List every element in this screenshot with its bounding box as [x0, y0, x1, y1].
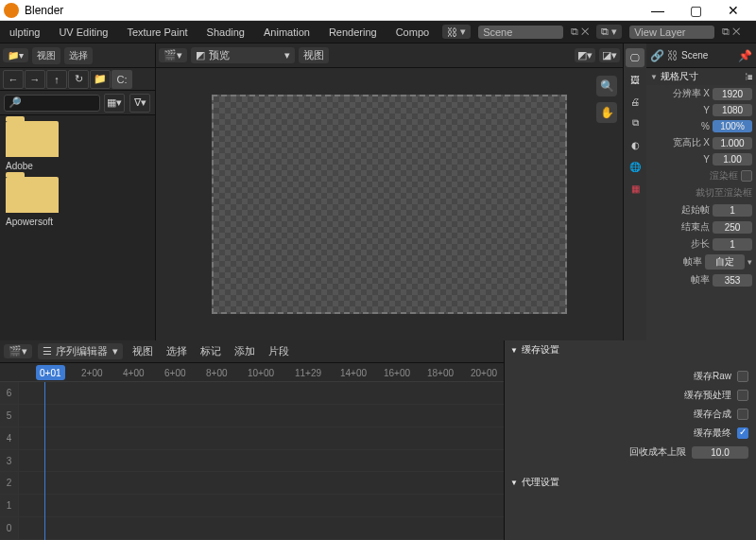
fps2-input[interactable]: 353: [713, 274, 752, 287]
track-label: 5: [0, 405, 19, 427]
track-row[interactable]: [19, 517, 504, 539]
res-y-input[interactable]: 1080: [713, 104, 752, 116]
track-row[interactable]: [19, 495, 504, 516]
layer-browse-button[interactable]: ⧉▾: [596, 25, 622, 39]
cache-final-label: 缓存最终: [694, 427, 731, 440]
render-border-check[interactable]: [741, 170, 752, 182]
maximize-button[interactable]: ▢: [677, 0, 714, 21]
tab-animation[interactable]: Animation: [258, 26, 316, 38]
tab-world[interactable]: 🌐: [626, 157, 644, 176]
tab-output[interactable]: 🖼: [626, 70, 644, 89]
filter-button[interactable]: ∇▾: [129, 94, 150, 113]
preview-editor-type[interactable]: 🎬▾: [159, 48, 187, 62]
fb-view-menu[interactable]: 视图: [32, 47, 60, 64]
ruler-tick: 16+00: [384, 363, 410, 382]
aspect-y-input[interactable]: 1.00: [713, 153, 752, 165]
file-browser-area: 📁▾ 视图 选择 ← → ↑ ↻ 📁 C: 🔎 ▦▾ ∇▾ Adobe Apow…: [0, 44, 156, 340]
tab-printer[interactable]: 🖨: [626, 92, 644, 111]
tab-view-layer[interactable]: ⧉: [626, 113, 644, 132]
new-folder-button[interactable]: 📁: [90, 70, 111, 89]
preview-canvas: [212, 95, 567, 314]
aspect-x-input[interactable]: 1.000: [713, 137, 752, 149]
res-x-input[interactable]: 1920: [713, 88, 752, 100]
playhead-frame[interactable]: 0+01: [36, 365, 65, 380]
back-button[interactable]: ←: [3, 70, 24, 89]
up-button[interactable]: ↑: [46, 70, 67, 89]
folder-item[interactable]: Apowersoft: [6, 177, 149, 227]
editor-type-icon[interactable]: 📁▾: [3, 48, 28, 62]
tab-texture[interactable]: ▦: [626, 179, 644, 198]
forward-button[interactable]: →: [25, 70, 45, 89]
pin-icon[interactable]: 📌: [738, 49, 752, 62]
cache-raw-check[interactable]: [737, 371, 748, 382]
seq-mode-dropdown[interactable]: ☰序列编辑器▾: [38, 343, 123, 359]
tab-sculpting[interactable]: ulpting: [4, 26, 45, 38]
refresh-button[interactable]: ↻: [68, 70, 89, 89]
seq-view-menu[interactable]: 视图: [129, 344, 157, 358]
fps2-label: 帧率: [650, 273, 710, 287]
scene-browse-button[interactable]: ⛓▾: [442, 25, 471, 39]
cache-composite-label: 缓存合成: [694, 408, 731, 421]
tab-uv-editing[interactable]: UV Editing: [53, 26, 113, 38]
seq-select-menu[interactable]: 选择: [163, 344, 191, 358]
cache-panel-header[interactable]: ▼缓存设置: [505, 340, 756, 359]
fps-dropdown[interactable]: 自定: [705, 254, 745, 270]
scene-actions-icon[interactable]: ⧉ ✕: [571, 26, 589, 38]
preview-mode-dropdown[interactable]: ◩预览▾: [191, 47, 295, 63]
preview-view-menu[interactable]: 视图: [299, 47, 329, 63]
res-x-label: 分辨率 X: [650, 87, 710, 100]
minimize-button[interactable]: —: [639, 0, 677, 21]
end-input[interactable]: 250: [713, 221, 752, 234]
start-label: 起始帧: [650, 203, 710, 217]
start-input[interactable]: 1: [713, 204, 752, 217]
playhead-line[interactable]: [44, 382, 45, 540]
overlay-icon[interactable]: ◪▾: [599, 48, 620, 62]
pct-input[interactable]: 100%: [713, 120, 752, 132]
tab-scene[interactable]: ◐: [626, 135, 644, 154]
search-input[interactable]: 🔎: [4, 95, 100, 112]
step-input[interactable]: 1: [713, 238, 752, 251]
tab-shading[interactable]: Shading: [201, 26, 250, 38]
folder-item[interactable]: Adobe: [6, 121, 149, 171]
pan-icon[interactable]: ✋: [596, 102, 617, 123]
ruler-tick: 20+00: [471, 363, 497, 382]
drive-label[interactable]: C:: [112, 70, 132, 89]
fb-select-menu[interactable]: 选择: [64, 47, 93, 64]
folder-icon: [6, 121, 59, 157]
seq-strip-menu[interactable]: 片段: [265, 344, 293, 358]
proxy-panel-header[interactable]: ▼代理设置: [505, 473, 756, 492]
cache-composite-check[interactable]: [737, 409, 748, 420]
track-row[interactable]: [19, 382, 504, 404]
seq-editor-type[interactable]: 🎬▾: [4, 344, 32, 358]
seq-add-menu[interactable]: 添加: [231, 344, 259, 358]
preview-viewport[interactable]: 🔍 ✋: [156, 68, 623, 340]
dimensions-panel-header[interactable]: ▼规格尺寸⦙☰: [646, 68, 756, 85]
cache-preprocess-check[interactable]: [737, 390, 748, 401]
tab-texture-paint[interactable]: Texture Paint: [121, 26, 193, 38]
ruler-tick: 11+29: [295, 363, 321, 382]
display-mode-button[interactable]: ▦▾: [104, 94, 125, 113]
link-icon[interactable]: 🔗: [650, 49, 664, 62]
channels-icon[interactable]: ◩▾: [575, 48, 595, 62]
tab-compositing[interactable]: Compo: [390, 26, 435, 38]
cache-cost-label: 回收成本上限: [629, 445, 686, 459]
ruler-tick: 6+00: [164, 363, 186, 382]
scene-field[interactable]: Scene: [478, 26, 563, 39]
track-row[interactable]: [19, 405, 504, 427]
track-row[interactable]: [19, 472, 504, 494]
end-label: 结束点: [650, 220, 710, 234]
layer-actions-icon[interactable]: ⧉ ✕: [722, 26, 740, 38]
timeline-ruler[interactable]: 0+01 2+00 4+00 6+00 8+00 10+00 11+29 14+…: [0, 363, 504, 382]
tab-rendering[interactable]: Rendering: [323, 26, 383, 38]
layer-field[interactable]: View Layer: [629, 26, 714, 39]
cache-cost-input[interactable]: 10.0: [692, 446, 748, 459]
zoom-icon[interactable]: 🔍: [596, 76, 617, 96]
seq-marker-menu[interactable]: 标记: [197, 344, 225, 358]
close-button[interactable]: ✕: [714, 0, 752, 21]
track-row[interactable]: [19, 450, 504, 472]
sequencer-tracks[interactable]: 6 5 4 3 2 1 0: [0, 382, 504, 540]
top-menubar: ulpting UV Editing Texture Paint Shading…: [0, 21, 756, 44]
track-row[interactable]: [19, 427, 504, 449]
cache-final-check[interactable]: [737, 427, 748, 439]
tab-render[interactable]: 🖵: [626, 48, 644, 67]
